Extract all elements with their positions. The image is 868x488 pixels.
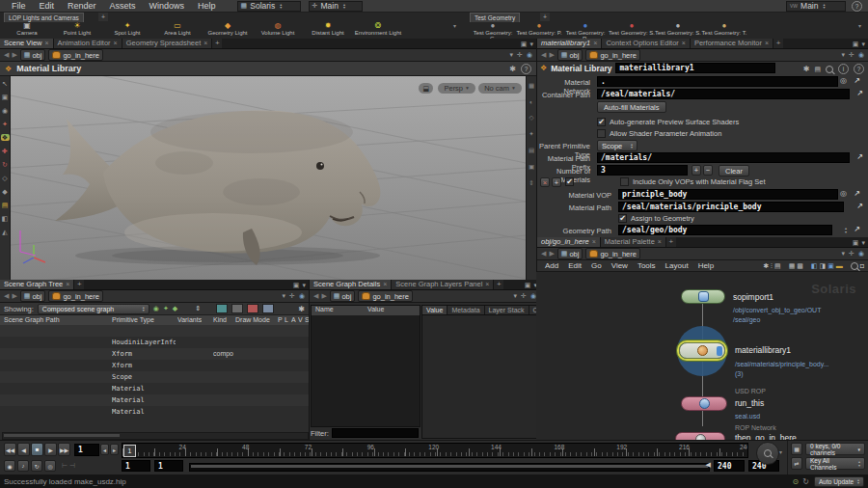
- node-name[interactable]: materiallibrary1: [735, 345, 791, 355]
- prim-chooser-arrow-icon[interactable]: ↗: [856, 152, 863, 161]
- playbar-zoom-button[interactable]: [756, 442, 779, 465]
- close-icon[interactable]: ×: [66, 280, 69, 289]
- overview-icon[interactable]: ◘: [860, 262, 864, 269]
- forward-icon[interactable]: ▶: [549, 250, 554, 258]
- tool-camera[interactable]: ▣Camera: [2, 21, 52, 39]
- lock-icon[interactable]: ◉: [2, 107, 8, 114]
- paint-tool-icon[interactable]: ❖: [1, 134, 10, 141]
- display-flag[interactable]: [717, 346, 722, 356]
- select-tool-icon[interactable]: ▣: [2, 94, 9, 100]
- path-root-chip[interactable]: ▦obj: [330, 290, 356, 302]
- showing-dropdown[interactable]: Composed scene graph▴▾: [38, 304, 149, 314]
- tab-layer-stack[interactable]: Layer Stack: [485, 306, 529, 314]
- link-icon[interactable]: ◉: [858, 51, 864, 59]
- back-icon[interactable]: ◀: [313, 292, 318, 300]
- back-icon[interactable]: ◀: [4, 292, 9, 300]
- menu-render[interactable]: Render: [62, 1, 102, 11]
- playback-options-icon[interactable]: ◎: [44, 460, 56, 472]
- keys-dropdown[interactable]: 0 keys, 0/0 channels▾: [805, 443, 865, 455]
- view-selector[interactable]: VW Main ▴▾: [786, 1, 846, 12]
- tool-area-light[interactable]: ▭Area Light: [152, 21, 203, 39]
- col-draw-mode[interactable]: Draw Mode: [235, 315, 270, 325]
- pane-maximize-icon[interactable]: ▣: [853, 239, 859, 247]
- col-value[interactable]: Value: [367, 306, 384, 312]
- step-back-icon[interactable]: ◂: [100, 444, 109, 455]
- path-node-chip[interactable]: go_in_here: [358, 290, 413, 302]
- link-icon[interactable]: ◉: [299, 292, 305, 300]
- tab-metadata[interactable]: Metadata: [448, 306, 484, 314]
- timeline-ruler[interactable]: 24 48 72 96 120 144 168 192 216 240 1: [122, 443, 748, 458]
- tool-point-light[interactable]: ☀Point Light: [52, 21, 102, 39]
- taskbar-icon[interactable]: ▬: [836, 262, 843, 269]
- close-icon[interactable]: ×: [765, 39, 769, 48]
- layout-selector[interactable]: ✛ Main ▴▾: [309, 1, 363, 12]
- close-icon[interactable]: ×: [592, 237, 596, 247]
- tool-test-geometry-r[interactable]: ●Test Geometry: R.: [562, 21, 609, 39]
- visibility-toggle-icon[interactable]: [231, 304, 243, 313]
- lock-camera-pill[interactable]: ⬓: [419, 83, 433, 94]
- parent-type-dropdown[interactable]: Scope▴▾: [597, 140, 637, 151]
- include-vops-checkbox[interactable]: [620, 177, 629, 186]
- col-name[interactable]: Name: [315, 306, 334, 312]
- mute-toggle-icon[interactable]: [247, 304, 258, 313]
- range-lock-start-icon[interactable]: ⊢: [62, 462, 68, 470]
- table-row[interactable]: ⊖ ○ materials Scope: [0, 371, 309, 383]
- range-start-alt-input[interactable]: 1: [154, 460, 183, 472]
- search-icon[interactable]: [851, 262, 858, 270]
- gear-icon[interactable]: ✱: [509, 65, 516, 73]
- close-icon[interactable]: ×: [114, 39, 118, 48]
- forward-icon[interactable]: ▶: [321, 292, 326, 300]
- path-root-chip[interactable]: ▦obj: [20, 290, 46, 302]
- move-tool-icon[interactable]: ✚: [2, 148, 8, 154]
- node-name-input[interactable]: materiallibrary1: [615, 63, 775, 73]
- pin-icon[interactable]: ✛: [849, 51, 854, 59]
- menu-file[interactable]: File: [6, 1, 32, 11]
- close-icon[interactable]: ×: [485, 280, 489, 289]
- new-tab-icon[interactable]: +: [74, 280, 84, 289]
- pane-menu-icon[interactable]: ▾: [529, 41, 533, 48]
- table-row[interactable]: ⊖ ● seal Xform compo Full Geometry▴▾: [0, 348, 309, 360]
- message-log-icon[interactable]: ⊙: [793, 477, 800, 486]
- select-geometry-icon[interactable]: ✦: [2, 121, 8, 127]
- table-row[interactable]: ⊕ ● principle_eyes Material: [0, 394, 309, 406]
- tool-environment-light[interactable]: ❂Environment Light: [353, 21, 403, 39]
- current-frame-marker[interactable]: 1: [123, 445, 136, 457]
- show-lights-icon[interactable]: ✦: [163, 305, 169, 312]
- pane-maximize-icon[interactable]: ▣: [521, 41, 528, 48]
- forward-icon[interactable]: ▶: [12, 292, 16, 300]
- net-menu-help[interactable]: Help: [694, 261, 718, 270]
- material-enable-checkbox[interactable]: ✔: [565, 177, 574, 186]
- pane-menu-icon[interactable]: ▾: [861, 41, 865, 48]
- range-start-input[interactable]: 1: [122, 460, 150, 472]
- help-icon[interactable]: ?: [852, 1, 862, 12]
- pin-icon[interactable]: ✛: [289, 292, 295, 300]
- path-root-chip[interactable]: ▦obj: [557, 49, 583, 61]
- net-menu-tools[interactable]: Tools: [634, 261, 660, 270]
- node-chooser-arrow-icon[interactable]: ↗: [854, 76, 860, 85]
- thumb-view-icon[interactable]: ▩: [797, 262, 803, 270]
- step-forward-icon[interactable]: ▸: [110, 444, 119, 455]
- view-tool-icon[interactable]: ↖: [2, 80, 8, 87]
- display-filter-icon[interactable]: ⇕: [195, 305, 201, 312]
- path-root-chip[interactable]: ▦obj: [20, 49, 46, 61]
- tool-test-geometry-c[interactable]: ●Test Geometry: C.: [470, 21, 516, 39]
- col-a[interactable]: A: [291, 315, 296, 325]
- path-node-chip[interactable]: go_in_here: [585, 248, 640, 259]
- range-slider[interactable]: ◀: [189, 463, 710, 472]
- pane-maximize-icon[interactable]: ▣: [525, 282, 531, 289]
- prim-chooser-arrow-icon[interactable]: ↗: [856, 89, 863, 97]
- shelf-overflow-icon[interactable]: ▾: [453, 22, 456, 29]
- pin-icon[interactable]: ✛: [521, 292, 527, 300]
- help-icon[interactable]: ?: [854, 64, 864, 74]
- rotate-tool-icon[interactable]: ↻: [2, 161, 8, 168]
- prim-chooser-arrow-icon[interactable]: ↗: [854, 225, 860, 233]
- shelf-new-tab-icon[interactable]: +: [540, 13, 550, 21]
- net-menu-go[interactable]: Go: [587, 261, 606, 270]
- current-frame-input[interactable]: 1: [74, 444, 99, 456]
- node-then-go-in-here[interactable]: [675, 432, 725, 440]
- clear-materials-button[interactable]: Clear: [719, 165, 749, 176]
- range-end-handle-icon[interactable]: ◀: [706, 461, 711, 469]
- info-icon[interactable]: i: [838, 64, 849, 74]
- tab-network-go-in-here[interactable]: obj/go_in_here×: [537, 237, 601, 247]
- wrench-icon[interactable]: ✱: [763, 262, 769, 270]
